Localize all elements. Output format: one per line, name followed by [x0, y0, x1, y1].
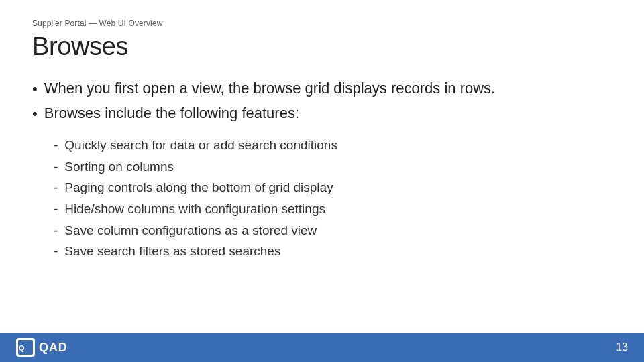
subtitle: Supplier Portal — Web UI Overview	[32, 19, 612, 28]
sub-text-4: Hide/show columns with configuration set…	[64, 200, 325, 219]
footer-page-number: 13	[616, 341, 628, 353]
sub-item-2: - Sorting on columns	[54, 158, 612, 176]
main-bullet-list: • When you first open a view, the browse…	[32, 80, 612, 123]
bullet-text-1: When you first open a view, the browse g…	[44, 80, 496, 97]
qad-logo-icon: Q	[16, 338, 35, 357]
sub-item-3: - Paging controls along the bottom of gr…	[54, 179, 612, 197]
dash-2: -	[54, 158, 58, 176]
slide: Supplier Portal — Web UI Overview Browse…	[0, 0, 644, 362]
footer-logo: Q QAD	[16, 338, 68, 357]
dash-6: -	[54, 243, 58, 261]
sub-item-6: - Save search filters as stored searches	[54, 243, 612, 261]
sub-text-3: Paging controls along the bottom of grid…	[64, 179, 333, 197]
sub-text-2: Sorting on columns	[64, 158, 174, 176]
bullet-dot-2: •	[32, 105, 38, 124]
sub-text-1: Quickly search for data or add search co…	[64, 137, 337, 155]
slide-title: Browses	[32, 32, 612, 61]
sub-text-5: Save column configurations as a stored v…	[64, 222, 317, 240]
dash-3: -	[54, 179, 58, 197]
dash-1: -	[54, 137, 58, 155]
sub-item-4: - Hide/show columns with configuration s…	[54, 200, 612, 219]
dash-5: -	[54, 222, 58, 240]
dash-4: -	[54, 200, 58, 219]
bullet-item-1: • When you first open a view, the browse…	[32, 80, 612, 99]
sub-item-1: - Quickly search for data or add search …	[54, 137, 612, 155]
bullet-text-2: Browses include the following features:	[44, 105, 299, 122]
bullet-item-2: • Browses include the following features…	[32, 105, 612, 124]
footer-brand-text: QAD	[39, 341, 68, 355]
bullet-dot-1: •	[32, 80, 38, 99]
sub-bullet-list: - Quickly search for data or add search …	[54, 137, 612, 261]
sub-item-5: - Save column configurations as a stored…	[54, 222, 612, 240]
footer: Q QAD 13	[0, 333, 644, 362]
svg-text:Q: Q	[19, 344, 25, 352]
sub-text-6: Save search filters as stored searches	[64, 243, 280, 261]
